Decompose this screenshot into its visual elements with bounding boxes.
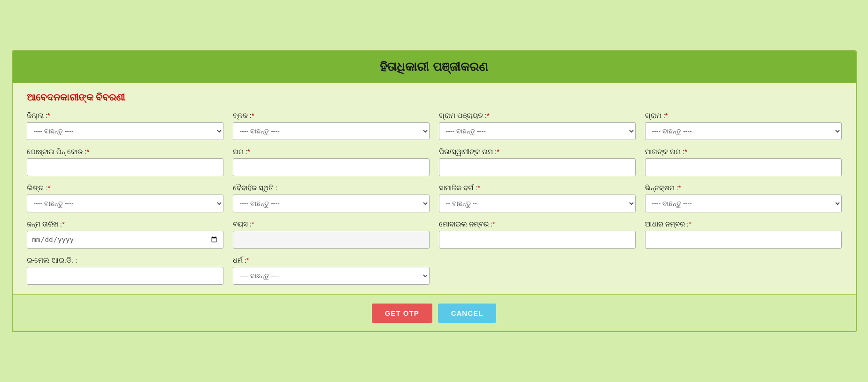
block-group: ବ୍ଳକ :* ---- ବାଛନ୍ତୁ ----: [233, 111, 430, 140]
gram-panchayat-group: ଗ୍ରାମ ପଞ୍ଚାୟତ :* ---- ବାଛନ୍ତୁ ----: [439, 111, 636, 140]
mother-group: ମାତାଙ୍କ ନାମ :*: [645, 148, 842, 176]
gram-panchayat-select[interactable]: ---- ବାଛନ୍ତୁ ----: [439, 122, 636, 140]
mother-input[interactable]: [645, 158, 842, 176]
name-label: ନାମ :*: [233, 148, 430, 156]
mobile-label: ମୋବାଇଲ ନମ୍ବର :*: [439, 220, 636, 228]
village-label: ଗ୍ରାମ :*: [645, 111, 842, 120]
disability-label: ଭିନ୍ନକ୍ଷମ :*: [645, 184, 842, 192]
email-group: ଇ-ମେଲ ଆଇ.ଡି. :: [27, 256, 223, 285]
dob-label: ଜନ୍ମ ତାରିଖ :*: [27, 220, 223, 228]
registration-modal: ହିତାଧିକାରୀ ପଞ୍ଜୀକରଣ ଆବେଦନକାରୀଙ୍କ ବିବରଣୀ …: [12, 50, 857, 332]
dob-input[interactable]: [27, 231, 223, 249]
name-input[interactable]: [233, 158, 430, 176]
get-otp-button[interactable]: GET OTP: [372, 304, 432, 323]
name-group: ନାମ :*: [233, 148, 430, 176]
postal-pin-group: ପୋଷ୍ଟାଲ ପିନ୍ କୋଡ :*: [27, 148, 223, 176]
religion-select[interactable]: ---- ବାଛନ୍ତୁ ----: [233, 267, 430, 285]
mobile-group: ମୋବାଇଲ ନମ୍ବର :*: [439, 220, 636, 249]
aadhar-label: ଆଧାର ନମ୍ବର :*: [645, 220, 842, 228]
father-husband-input[interactable]: [439, 158, 636, 176]
marital-label: ବୈବାହିକ ସ୍ଥିତି :: [233, 184, 430, 192]
social-select[interactable]: -- ବାଛନ୍ତୁ --: [439, 195, 636, 212]
gender-group: ଲିଙ୍ଗ :* ---- ବାଛନ୍ତୁ ----: [27, 184, 223, 212]
modal-body: ଆବେଦନକାରୀଙ୍କ ବିବରଣୀ ଜିଲ୍ଲା :* ---- ବାଛନ୍…: [13, 83, 856, 294]
block-select[interactable]: ---- ବାଛନ୍ତୁ ----: [233, 122, 430, 140]
gram-panchayat-label: ଗ୍ରାମ ପଞ୍ଚାୟତ :*: [439, 111, 636, 120]
marital-group: ବୈବାହିକ ସ୍ଥିତି : ---- ବାଛନ୍ତୁ ----: [233, 184, 430, 212]
postal-pin-label: ପୋଷ୍ଟାଲ ପିନ୍ କୋଡ :*: [27, 148, 223, 156]
village-select[interactable]: ---- ବାଛନ୍ତୁ ----: [645, 122, 842, 140]
gender-select[interactable]: ---- ବାଛନ୍ତୁ ----: [27, 195, 223, 212]
social-group: ସାମାଜିକ ବର୍ଗ :* -- ବାଛନ୍ତୁ --: [439, 184, 636, 212]
dob-group: ଜନ୍ମ ତାରିଖ :*: [27, 220, 223, 249]
village-group: ଗ୍ରାମ :* ---- ବାଛନ୍ତୁ ----: [645, 111, 842, 140]
postal-pin-input[interactable]: [27, 158, 223, 176]
mobile-input[interactable]: [439, 231, 636, 249]
aadhar-group: ଆଧାର ନମ୍ବର :*: [645, 220, 842, 249]
block-label: ବ୍ଳକ :*: [233, 111, 430, 120]
page-title: ହିତାଧିକାରୀ ପଞ୍ଜୀକରଣ: [22, 60, 846, 74]
district-label: ଜିଲ୍ଲା :*: [27, 111, 223, 120]
cancel-button[interactable]: CANCEL: [438, 304, 497, 323]
mother-label: ମାତାଙ୍କ ନାମ :*: [645, 148, 842, 156]
aadhar-input[interactable]: [645, 231, 842, 249]
form-grid: ଜିଲ୍ଲା :* ---- ବାଛନ୍ତୁ ---- ବ୍ଳକ :* ----…: [27, 111, 842, 285]
district-select[interactable]: ---- ବାଛନ୍ତୁ ----: [27, 122, 223, 140]
gender-label: ଲିଙ୍ଗ :*: [27, 184, 223, 192]
age-label: ବୟସ :*: [233, 220, 430, 228]
modal-header: ହିତାଧିକାରୀ ପଞ୍ଜୀକରଣ: [13, 51, 856, 83]
religion-label: ଧର୍ମ :*: [233, 256, 430, 265]
father-husband-label: ପିତା/ସ୍ୱାମୀଙ୍କ ନାମ :*: [439, 148, 636, 156]
email-label: ଇ-ମେଲ ଆଇ.ଡି. :: [27, 256, 223, 265]
religion-group: ଧର୍ମ :* ---- ବାଛନ୍ତୁ ----: [233, 256, 430, 285]
marital-select[interactable]: ---- ବାଛନ୍ତୁ ----: [233, 195, 430, 212]
father-husband-group: ପିତା/ସ୍ୱାମୀଙ୍କ ନାମ :*: [439, 148, 636, 176]
disability-group: ଭିନ୍ନକ୍ଷମ :* ---- ବାଛନ୍ତୁ ----: [645, 184, 842, 212]
email-input[interactable]: [27, 267, 223, 285]
age-input[interactable]: [233, 231, 430, 249]
district-group: ଜିଲ୍ଲା :* ---- ବାଛନ୍ତୁ ----: [27, 111, 223, 140]
modal-footer: GET OTP CANCEL: [13, 294, 856, 331]
disability-select[interactable]: ---- ବାଛନ୍ତୁ ----: [645, 195, 842, 212]
social-label: ସାମାଜିକ ବର୍ଗ :*: [439, 184, 636, 192]
section-title: ଆବେଦନକାରୀଙ୍କ ବିବରଣୀ: [27, 92, 842, 103]
age-group: ବୟସ :*: [233, 220, 430, 249]
